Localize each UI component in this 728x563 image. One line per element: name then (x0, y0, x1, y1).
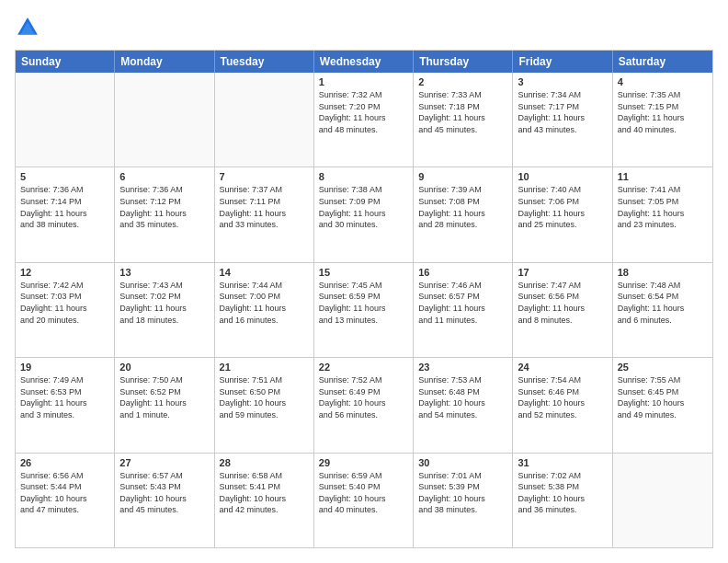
day-number: 25 (618, 362, 708, 373)
logo (15, 15, 44, 40)
day-info: Sunrise: 7:38 AM Sunset: 7:09 PM Dayligh… (319, 184, 408, 230)
day-number: 17 (518, 267, 607, 278)
calendar-cell: 31Sunrise: 7:02 AM Sunset: 5:38 PM Dayli… (513, 454, 612, 547)
calendar-row: 5Sunrise: 7:36 AM Sunset: 7:14 PM Daylig… (16, 167, 712, 261)
day-number: 16 (418, 267, 507, 278)
calendar-row: 26Sunrise: 6:56 AM Sunset: 5:44 PM Dayli… (16, 453, 712, 547)
day-number: 2 (418, 76, 507, 87)
calendar-row: 19Sunrise: 7:49 AM Sunset: 6:53 PM Dayli… (16, 357, 712, 452)
day-info: Sunrise: 7:47 AM Sunset: 6:56 PM Dayligh… (518, 280, 607, 326)
day-number: 3 (518, 76, 607, 87)
day-number: 14 (220, 267, 309, 278)
calendar-cell: 22Sunrise: 7:52 AM Sunset: 6:49 PM Dayli… (314, 358, 414, 452)
day-info: Sunrise: 7:35 AM Sunset: 7:15 PM Dayligh… (618, 89, 708, 135)
calendar-cell: 27Sunrise: 6:57 AM Sunset: 5:43 PM Dayli… (115, 454, 214, 547)
calendar-cell (115, 73, 214, 167)
day-info: Sunrise: 7:34 AM Sunset: 7:17 PM Dayligh… (518, 89, 607, 135)
day-number: 31 (518, 457, 607, 468)
day-number: 21 (220, 362, 309, 373)
day-number: 1 (319, 76, 408, 87)
day-number: 10 (518, 171, 607, 182)
calendar-cell: 5Sunrise: 7:36 AM Sunset: 7:14 PM Daylig… (16, 167, 115, 261)
calendar-row: 1Sunrise: 7:32 AM Sunset: 7:20 PM Daylig… (16, 73, 712, 167)
weekday-header: Tuesday (215, 51, 314, 73)
day-number: 23 (418, 362, 507, 373)
day-number: 22 (319, 362, 408, 373)
day-info: Sunrise: 6:58 AM Sunset: 5:41 PM Dayligh… (220, 470, 309, 516)
day-number: 30 (418, 457, 507, 468)
calendar-cell: 9Sunrise: 7:39 AM Sunset: 7:08 PM Daylig… (414, 167, 513, 261)
weekday-header: Friday (513, 51, 612, 73)
day-number: 24 (518, 362, 607, 373)
day-info: Sunrise: 7:44 AM Sunset: 7:00 PM Dayligh… (220, 280, 309, 326)
day-info: Sunrise: 7:42 AM Sunset: 7:03 PM Dayligh… (20, 280, 109, 326)
day-number: 27 (119, 457, 209, 468)
day-info: Sunrise: 7:39 AM Sunset: 7:08 PM Dayligh… (418, 184, 507, 230)
day-number: 6 (119, 171, 209, 182)
day-info: Sunrise: 7:02 AM Sunset: 5:38 PM Dayligh… (518, 470, 607, 516)
day-number: 8 (319, 171, 408, 182)
day-info: Sunrise: 7:01 AM Sunset: 5:39 PM Dayligh… (418, 470, 507, 516)
day-number: 28 (220, 457, 309, 468)
day-info: Sunrise: 7:41 AM Sunset: 7:05 PM Dayligh… (618, 184, 708, 230)
calendar-cell: 16Sunrise: 7:46 AM Sunset: 6:57 PM Dayli… (414, 263, 513, 357)
day-number: 5 (20, 171, 109, 182)
page-header (15, 15, 713, 40)
weekday-header: Monday (115, 51, 214, 73)
calendar-cell: 20Sunrise: 7:50 AM Sunset: 6:52 PM Dayli… (115, 358, 214, 452)
calendar-cell: 1Sunrise: 7:32 AM Sunset: 7:20 PM Daylig… (314, 73, 414, 167)
calendar-cell: 6Sunrise: 7:36 AM Sunset: 7:12 PM Daylig… (115, 167, 214, 261)
day-info: Sunrise: 7:55 AM Sunset: 6:45 PM Dayligh… (618, 374, 708, 420)
day-info: Sunrise: 7:48 AM Sunset: 6:54 PM Dayligh… (618, 280, 708, 326)
day-number: 7 (220, 171, 309, 182)
calendar-cell: 2Sunrise: 7:33 AM Sunset: 7:18 PM Daylig… (414, 73, 513, 167)
calendar-cell: 24Sunrise: 7:54 AM Sunset: 6:46 PM Dayli… (513, 358, 612, 452)
calendar-cell: 10Sunrise: 7:40 AM Sunset: 7:06 PM Dayli… (513, 167, 612, 261)
day-info: Sunrise: 7:51 AM Sunset: 6:50 PM Dayligh… (220, 374, 309, 420)
day-number: 18 (618, 267, 708, 278)
calendar-cell: 28Sunrise: 6:58 AM Sunset: 5:41 PM Dayli… (215, 454, 314, 547)
calendar-cell: 23Sunrise: 7:53 AM Sunset: 6:48 PM Dayli… (414, 358, 513, 452)
day-info: Sunrise: 7:50 AM Sunset: 6:52 PM Dayligh… (119, 374, 209, 420)
calendar-cell: 11Sunrise: 7:41 AM Sunset: 7:05 PM Dayli… (613, 167, 712, 261)
calendar-cell: 18Sunrise: 7:48 AM Sunset: 6:54 PM Dayli… (613, 263, 712, 357)
calendar-cell: 7Sunrise: 7:37 AM Sunset: 7:11 PM Daylig… (215, 167, 314, 261)
calendar-cell: 12Sunrise: 7:42 AM Sunset: 7:03 PM Dayli… (16, 263, 115, 357)
weekday-header: Sunday (16, 51, 115, 73)
calendar-cell: 17Sunrise: 7:47 AM Sunset: 6:56 PM Dayli… (513, 263, 612, 357)
calendar-cell (16, 73, 115, 167)
day-number: 9 (418, 171, 507, 182)
day-info: Sunrise: 7:43 AM Sunset: 7:02 PM Dayligh… (119, 280, 209, 326)
day-info: Sunrise: 7:49 AM Sunset: 6:53 PM Dayligh… (20, 374, 109, 420)
calendar-cell: 21Sunrise: 7:51 AM Sunset: 6:50 PM Dayli… (215, 358, 314, 452)
day-info: Sunrise: 7:36 AM Sunset: 7:12 PM Dayligh… (119, 184, 209, 230)
day-number: 4 (618, 76, 708, 87)
calendar-cell: 30Sunrise: 7:01 AM Sunset: 5:39 PM Dayli… (414, 454, 513, 547)
calendar-cell (215, 73, 314, 167)
day-number: 11 (618, 171, 708, 182)
calendar-cell: 26Sunrise: 6:56 AM Sunset: 5:44 PM Dayli… (16, 454, 115, 547)
day-number: 20 (119, 362, 209, 373)
calendar-body: 1Sunrise: 7:32 AM Sunset: 7:20 PM Daylig… (16, 73, 712, 547)
day-number: 15 (319, 267, 408, 278)
day-info: Sunrise: 7:36 AM Sunset: 7:14 PM Dayligh… (20, 184, 109, 230)
weekday-header: Thursday (414, 51, 513, 73)
day-info: Sunrise: 7:54 AM Sunset: 6:46 PM Dayligh… (518, 374, 607, 420)
day-info: Sunrise: 7:40 AM Sunset: 7:06 PM Dayligh… (518, 184, 607, 230)
calendar-row: 12Sunrise: 7:42 AM Sunset: 7:03 PM Dayli… (16, 262, 712, 357)
calendar-cell: 25Sunrise: 7:55 AM Sunset: 6:45 PM Dayli… (613, 358, 712, 452)
weekday-header: Saturday (613, 51, 712, 73)
day-info: Sunrise: 7:32 AM Sunset: 7:20 PM Dayligh… (319, 89, 408, 135)
calendar-cell: 8Sunrise: 7:38 AM Sunset: 7:09 PM Daylig… (314, 167, 414, 261)
calendar-cell: 13Sunrise: 7:43 AM Sunset: 7:02 PM Dayli… (115, 263, 214, 357)
calendar-cell: 14Sunrise: 7:44 AM Sunset: 7:00 PM Dayli… (215, 263, 314, 357)
day-info: Sunrise: 7:45 AM Sunset: 6:59 PM Dayligh… (319, 280, 408, 326)
day-number: 29 (319, 457, 408, 468)
logo-icon (15, 15, 40, 40)
calendar-cell: 15Sunrise: 7:45 AM Sunset: 6:59 PM Dayli… (314, 263, 414, 357)
day-info: Sunrise: 6:56 AM Sunset: 5:44 PM Dayligh… (20, 470, 109, 516)
day-number: 19 (20, 362, 109, 373)
day-info: Sunrise: 7:37 AM Sunset: 7:11 PM Dayligh… (220, 184, 309, 230)
day-info: Sunrise: 6:59 AM Sunset: 5:40 PM Dayligh… (319, 470, 408, 516)
day-number: 13 (119, 267, 209, 278)
